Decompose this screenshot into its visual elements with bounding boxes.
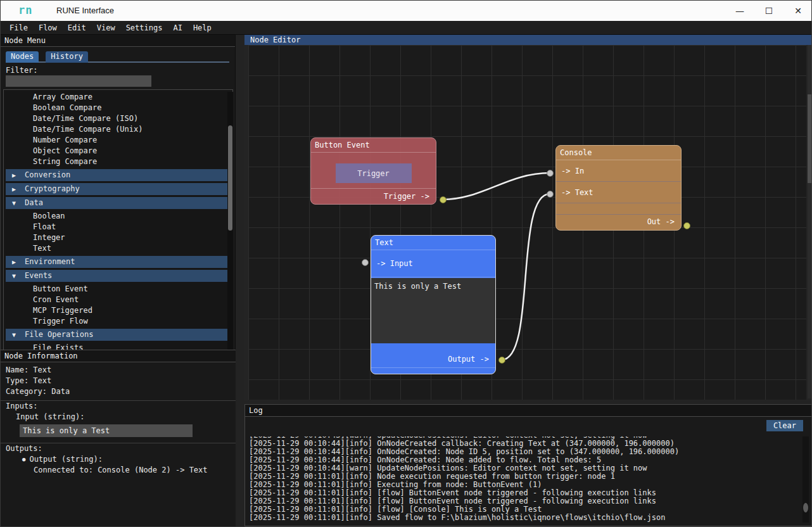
inputs-label: Inputs:: [1, 401, 236, 412]
maximize-button[interactable]: ☐: [754, 1, 783, 21]
node-name: Name: Text: [1, 365, 236, 376]
editor-scrollbar[interactable]: [808, 45, 811, 398]
log-content: Clear [2025-11-29 00:10:43][warn] Update…: [245, 417, 812, 526]
port-console-text[interactable]: [547, 191, 554, 198]
output-bullet-icon: ●: [6, 456, 29, 462]
divider: [371, 367, 495, 368]
node-list-row[interactable]: ▶Environment: [6, 256, 230, 268]
node-list-row[interactable]: ▶Cryptography: [6, 183, 230, 195]
node-information-panel: Node Information Name: Text Type: Text C…: [1, 350, 236, 526]
node-list-label: Trigger Flow: [33, 317, 88, 326]
node-list-row[interactable]: Boolean: [4, 211, 232, 222]
node-list-label: Conversion: [25, 170, 70, 179]
node-list-row[interactable]: Object Compare: [4, 146, 232, 156]
close-button[interactable]: ✕: [783, 1, 812, 21]
node-list-label: File Operations: [25, 330, 93, 339]
node-list-label: Date/Time Compare (Unix): [33, 125, 143, 134]
node-list-row[interactable]: Integer: [4, 232, 232, 243]
port-button-event-trigger-out[interactable]: [440, 196, 447, 203]
node-list-row[interactable]: Date/Time Compare (ISO): [4, 113, 232, 124]
input-port-label: -> In: [556, 160, 681, 182]
log-scroll-region[interactable]: [2025-11-29 00:10:43][warn] UpdateNodePo…: [249, 436, 799, 522]
expand-arrow-icon: ▶: [12, 256, 25, 268]
node-information-header: Node Information: [1, 350, 236, 362]
outputs-label: Outputs:: [1, 443, 236, 454]
node-list-label: Text: [33, 244, 51, 253]
node-list: Array Compare Boolean Compare Date/Time …: [3, 89, 233, 381]
clear-log-button[interactable]: Clear: [766, 420, 803, 431]
node-button-event[interactable]: Button Event Trigger Trigger ->: [310, 137, 436, 205]
tab-history[interactable]: History: [46, 51, 88, 63]
node-console[interactable]: Console -> In -> Text Out ->: [555, 145, 682, 231]
node-list-row[interactable]: ▼Data: [6, 197, 230, 209]
node-list-row[interactable]: ▼Events: [6, 270, 230, 282]
node-list-row[interactable]: Number Compare: [4, 135, 232, 146]
app-logo-icon: rn: [18, 4, 32, 16]
node-editor-canvas[interactable]: Button Event Trigger Trigger -> Console …: [248, 45, 806, 400]
node-list-row[interactable]: Text: [4, 243, 232, 254]
node-list-label: Environment: [25, 257, 75, 266]
filter-input[interactable]: [6, 75, 151, 87]
menu-item[interactable]: Settings: [125, 22, 163, 34]
log-scrollbar-thumb[interactable]: [803, 503, 808, 512]
node-list-label: MCP Triggered: [33, 306, 92, 315]
node-list-row[interactable]: String Compare: [4, 156, 232, 167]
node-list-row[interactable]: Button Event: [4, 284, 232, 295]
node-text[interactable]: Text -> Input This is only a Test Output…: [371, 235, 496, 374]
port-console-in[interactable]: [547, 170, 554, 177]
editor-scrollbar-thumb[interactable]: [808, 94, 811, 183]
node-editor-panel: Node Editor Button Event Trigger Trigger…: [244, 35, 812, 401]
input-port-label: -> Text: [556, 182, 681, 203]
port-text-output[interactable]: [498, 357, 505, 364]
menu-item[interactable]: Help: [193, 22, 212, 34]
input-field-label: Input (string):: [1, 412, 236, 422]
log-header: Log: [245, 405, 812, 417]
port-text-input[interactable]: [362, 259, 369, 266]
window-title: RUNE Interface: [56, 6, 114, 15]
log-panel: Log Clear [2025-11-29 00:10:43][warn] Up…: [244, 404, 812, 526]
node-list-scrollbar-thumb[interactable]: [228, 125, 232, 231]
menu-item[interactable]: View: [96, 22, 116, 34]
log-line: [2025-11-29 00:11:01][info] Saved flow t…: [249, 514, 679, 522]
expand-arrow-icon: ▼: [12, 329, 25, 341]
node-list-row[interactable]: Array Compare: [4, 92, 232, 103]
node-list-label: Boolean Compare: [33, 103, 101, 112]
node-input-value-field[interactable]: [20, 424, 193, 437]
node-title: Text: [371, 236, 495, 250]
app-window: rn RUNE Interface — ☐ ✕ FileFlowEditView…: [0, 0, 812, 527]
window-controls: — ☐ ✕: [725, 1, 812, 21]
node-editor-header: Node Editor: [244, 35, 812, 45]
node-list-label: Array Compare: [33, 92, 92, 101]
menu-item[interactable]: Edit: [67, 22, 87, 34]
input-port-label: -> Input: [371, 250, 495, 277]
node-list-label: Button Event: [33, 284, 88, 293]
node-category: Category: Data: [1, 386, 236, 397]
node-list-label: Cryptography: [25, 184, 80, 193]
log-scrollbar[interactable]: [802, 436, 809, 523]
connection-wires: [248, 45, 806, 400]
node-list-label: Events: [25, 271, 52, 280]
node-list-label: Boolean: [33, 212, 65, 220]
menu-item[interactable]: AI: [172, 22, 182, 34]
node-list-label: Integer: [33, 233, 65, 242]
menu-item[interactable]: File: [9, 22, 29, 34]
minimize-button[interactable]: —: [725, 1, 754, 21]
node-row: [556, 203, 681, 215]
node-list-row[interactable]: Float: [4, 222, 232, 232]
node-type: Type: Text: [1, 376, 236, 386]
trigger-button[interactable]: Trigger: [336, 163, 412, 183]
port-console-out[interactable]: [683, 222, 690, 229]
title-bar[interactable]: rn RUNE Interface — ☐ ✕: [1, 1, 812, 21]
menu-bar: FileFlowEditViewSettingsAIHelp: [1, 21, 812, 35]
node-list-label: Data: [25, 198, 43, 207]
node-list-row[interactable]: ▶Conversion: [6, 169, 230, 181]
node-list-row[interactable]: Trigger Flow: [4, 316, 232, 327]
node-list-row[interactable]: Cron Event: [4, 295, 232, 305]
node-list-row[interactable]: MCP Triggered: [4, 305, 232, 316]
node-list-row[interactable]: ▼File Operations: [6, 329, 230, 341]
text-value-area[interactable]: This is only a Test: [371, 278, 495, 343]
menu-item[interactable]: Flow: [38, 22, 58, 34]
node-list-row[interactable]: Date/Time Compare (Unix): [4, 124, 232, 135]
node-list-row[interactable]: Boolean Compare: [4, 103, 232, 113]
tab-nodes[interactable]: Nodes: [6, 51, 39, 63]
